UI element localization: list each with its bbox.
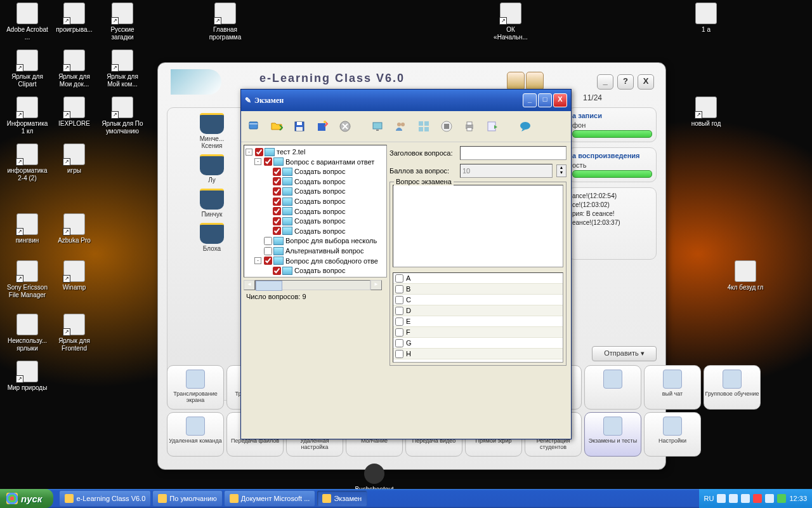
desktop-icon[interactable]: Adobe Acrobat ... <box>5 3 49 41</box>
answer-checkbox[interactable] <box>395 318 403 326</box>
tray-icon[interactable] <box>729 494 738 503</box>
taskbar-task[interactable]: Документ Microsoft ... <box>224 490 316 507</box>
desktop-icon[interactable]: 1 а <box>684 3 728 34</box>
saveas-icon[interactable] <box>313 117 331 135</box>
language-indicator[interactable]: RU <box>704 495 714 502</box>
tree-node[interactable]: -тест 2.tel <box>246 147 385 157</box>
desktop-icon[interactable]: ↗новый год <box>684 97 728 128</box>
tree-node[interactable]: Создать вопрос <box>246 226 385 236</box>
tree-node[interactable]: Создать вопрос <box>246 186 385 196</box>
desktop-icon[interactable]: ↗Ярлык для Frontend <box>52 314 96 352</box>
scroll-right-icon[interactable]: ► <box>370 280 382 290</box>
unlock-icon[interactable] <box>526 72 544 91</box>
tree-checkbox[interactable] <box>264 247 272 255</box>
print-icon[interactable] <box>461 117 478 135</box>
scroll-thumb[interactable] <box>256 281 282 291</box>
close-button[interactable]: X <box>638 74 654 90</box>
tray-icon[interactable] <box>753 494 762 503</box>
new-file-icon[interactable] <box>245 117 263 135</box>
cancel-icon[interactable] <box>336 117 354 135</box>
send-button[interactable]: Отправить ▾ <box>592 346 657 361</box>
answer-checkbox[interactable] <box>395 328 403 337</box>
desktop-icon[interactable]: ↗Azbuka Pro <box>52 213 96 244</box>
tray-icon[interactable] <box>765 494 774 503</box>
save-icon[interactable] <box>291 117 308 135</box>
tree-checkbox[interactable] <box>273 267 281 275</box>
tree-toggle-icon[interactable]: - <box>246 149 252 156</box>
open-file-icon[interactable] <box>268 117 285 135</box>
desktop-icon[interactable]: ↗Sony Ericsson File Manager <box>5 260 49 299</box>
minimize-button[interactable]: _ <box>597 74 613 90</box>
tree-node[interactable]: -Вопрос с вариантами ответ <box>246 157 385 167</box>
desktop-icon[interactable]: ↗Ярлык для Clipart <box>5 50 49 88</box>
tree-toggle-icon[interactable]: - <box>254 158 261 165</box>
taskbar-task[interactable]: По умолчанию <box>152 490 222 507</box>
clock[interactable]: 12:33 <box>789 495 807 502</box>
tree-node[interactable]: Создать вопрос <box>246 196 385 206</box>
points-spinner[interactable]: ▲▼ <box>556 164 566 177</box>
tray-icon[interactable] <box>717 494 726 503</box>
desktop-icon[interactable]: ↗Winamp <box>52 260 96 291</box>
scroll-left-icon[interactable]: ◄ <box>244 280 255 290</box>
tree-node[interactable]: Создать вопрос <box>246 216 385 226</box>
answer-checkbox[interactable] <box>395 350 403 358</box>
lock-icon[interactable] <box>507 72 525 91</box>
tree-node[interactable]: Вопрос для выбора несколь <box>246 236 385 246</box>
desktop-icon[interactable]: ↗пингвин <box>5 213 49 244</box>
answer-row[interactable]: E <box>393 316 563 327</box>
tree-checkbox[interactable] <box>273 187 281 196</box>
answer-row[interactable]: C <box>393 295 563 305</box>
desktop-icon[interactable]: Неиспользу... ярлыки <box>5 314 49 352</box>
tree-checkbox[interactable] <box>264 257 272 265</box>
question-tree[interactable]: -тест 2.tel-Вопрос с вариантами ответСоз… <box>244 145 387 277</box>
desktop-icon[interactable]: ↗Русские загадки <box>100 3 145 41</box>
desktop-icon[interactable]: 4кл безуд гл <box>723 260 768 291</box>
answer-row[interactable]: A <box>393 273 563 284</box>
desktop-icon[interactable]: ↗Мир природы <box>5 361 49 392</box>
student-item[interactable]: Блоха <box>190 223 234 252</box>
student-item[interactable]: Лу <box>190 154 234 184</box>
stop-icon[interactable] <box>438 117 455 135</box>
desktop-icon[interactable]: ↗IEXPLORE <box>52 97 96 128</box>
answer-checkbox[interactable] <box>395 285 403 293</box>
desktop-icon[interactable]: ↗игры <box>52 144 96 175</box>
exam-minimize-button[interactable]: _ <box>523 93 537 107</box>
answer-checkbox[interactable] <box>395 339 403 347</box>
tree-node[interactable]: Альтернативный вопрос <box>246 246 385 256</box>
desktop-icon[interactable]: ↗информатика 2-4 (2) <box>5 144 49 182</box>
export-icon[interactable] <box>483 117 501 135</box>
tree-checkbox[interactable] <box>273 177 281 185</box>
tool-button[interactable]: Групповое обучение <box>704 365 761 410</box>
desktop-icon[interactable]: ↗ОК «Начальн... <box>488 3 533 41</box>
points-input[interactable] <box>460 164 553 178</box>
answer-checkbox[interactable] <box>395 274 403 283</box>
answer-row[interactable]: D <box>393 305 563 316</box>
grid-icon[interactable] <box>415 117 433 135</box>
users-icon[interactable] <box>392 117 410 135</box>
tree-checkbox[interactable] <box>264 157 272 166</box>
tree-toggle-icon[interactable]: - <box>254 257 261 264</box>
tree-node[interactable]: Создать вопрос <box>246 206 385 217</box>
tree-node[interactable]: Создать вопрос <box>246 265 385 276</box>
question-textarea[interactable] <box>393 185 563 267</box>
tool-button[interactable] <box>584 365 641 410</box>
answer-row[interactable]: G <box>393 338 563 349</box>
tool-button[interactable]: Экзамены и тесты <box>584 412 641 457</box>
desktop-icon[interactable]: ↗проигрыва... <box>52 3 96 34</box>
tree-node[interactable]: Создать вопрос <box>246 177 385 187</box>
desktop-icon[interactable]: ↗Информатика 1 кл <box>5 97 49 135</box>
tree-node[interactable]: Создать вопрос <box>246 166 385 177</box>
tool-button[interactable]: Настройки <box>644 412 701 457</box>
exam-titlebar[interactable]: ✎ Экзамен _ □ X <box>241 90 571 111</box>
desktop-icon[interactable]: ↗Главная программа <box>203 3 247 41</box>
tree-checkbox[interactable] <box>264 237 272 245</box>
desktop-icon[interactable]: ↗Ярлык для Мои док... <box>52 50 96 88</box>
taskbar-task[interactable]: e-Learning Class V6.0 <box>59 490 151 507</box>
system-tray[interactable]: RU 12:33 <box>699 489 812 508</box>
desktop-icon[interactable]: ↗Ярлык для По умолчанию <box>100 97 145 135</box>
tree-checkbox[interactable] <box>273 197 281 206</box>
exam-close-button[interactable]: X <box>553 93 567 107</box>
tool-button[interactable]: Транслирование экрана <box>167 365 224 410</box>
tree-node[interactable]: -Вопрос для свободного отве <box>246 256 385 266</box>
tree-checkbox[interactable] <box>273 207 281 215</box>
